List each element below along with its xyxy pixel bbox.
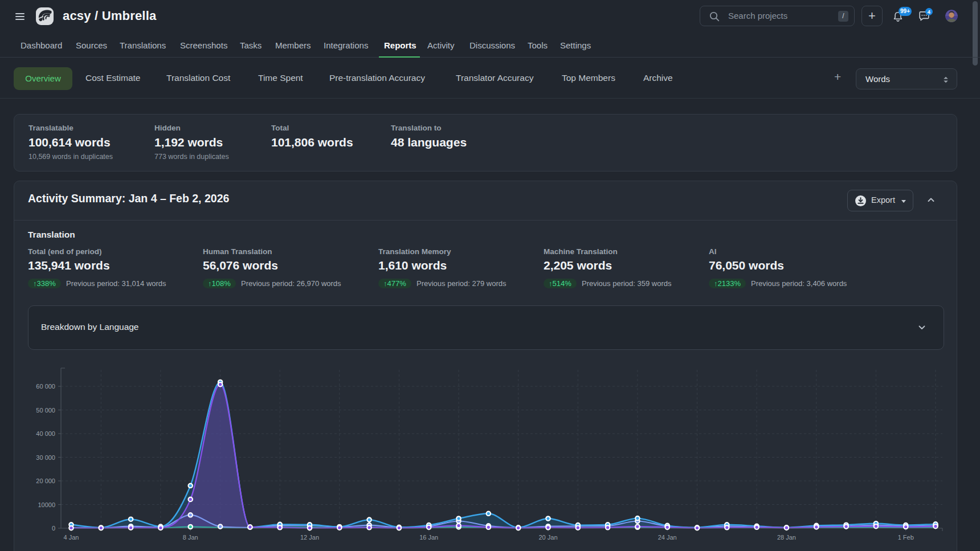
svg-text:0: 0 bbox=[52, 525, 55, 532]
svg-text:24 Jan: 24 Jan bbox=[658, 534, 677, 541]
svg-text:20 Jan: 20 Jan bbox=[538, 534, 557, 541]
svg-text:28 Jan: 28 Jan bbox=[777, 534, 796, 541]
svg-text:30 000: 30 000 bbox=[36, 454, 55, 461]
svg-text:8 Jan: 8 Jan bbox=[183, 534, 198, 541]
svg-text:10000: 10000 bbox=[38, 501, 55, 508]
svg-text:60 000: 60 000 bbox=[36, 383, 55, 390]
svg-text:40 000: 40 000 bbox=[36, 430, 55, 437]
svg-text:50 000: 50 000 bbox=[36, 407, 55, 414]
svg-text:20 000: 20 000 bbox=[36, 477, 55, 484]
svg-text:1 Feb: 1 Feb bbox=[898, 534, 914, 541]
svg-text:16 Jan: 16 Jan bbox=[419, 534, 438, 541]
svg-text:12 Jan: 12 Jan bbox=[300, 534, 319, 541]
svg-text:4 Jan: 4 Jan bbox=[64, 534, 79, 541]
